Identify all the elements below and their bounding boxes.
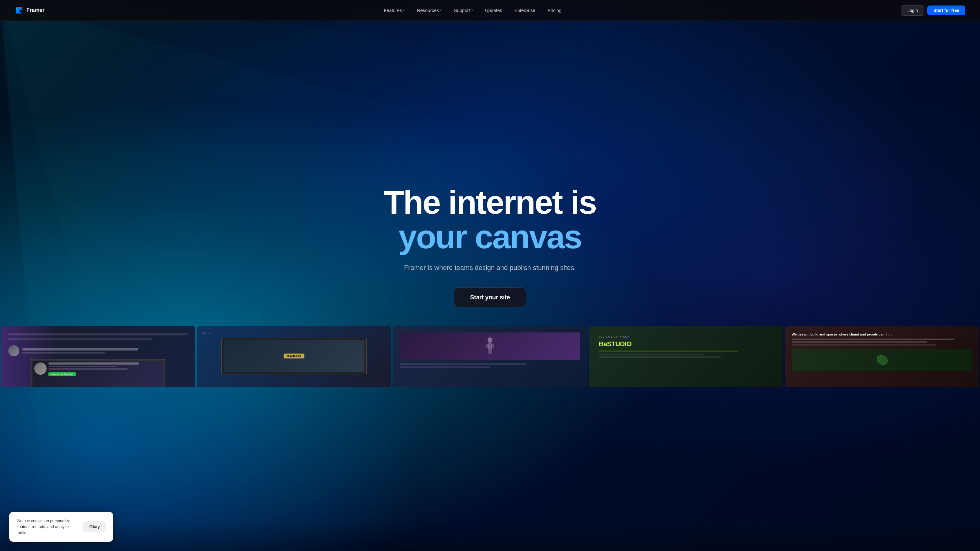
nav-enterprise-label: Enterprise xyxy=(514,8,535,13)
preview-card-1-inner: Unlock Your Potential. xyxy=(1,326,195,387)
cookie-okay-button[interactable]: Okay xyxy=(83,521,106,532)
cookie-message: We use cookies to personalize content, r… xyxy=(16,518,77,536)
svg-rect-4 xyxy=(488,350,490,354)
nav-features[interactable]: Features ▾ xyxy=(379,5,409,15)
nav-resources-label: Resources xyxy=(417,8,439,13)
preview-card-2: Bruce MacBook xyxy=(197,326,391,387)
nav-enterprise[interactable]: Enterprise xyxy=(510,5,540,15)
macbook-label: MacBook xyxy=(283,354,304,359)
statue-icon xyxy=(484,337,496,356)
preview-card-5-inner: We design, build and spaces where climat… xyxy=(785,326,979,387)
nav-updates[interactable]: Updates xyxy=(480,5,507,15)
svg-point-0 xyxy=(488,337,492,343)
framer-logo-icon xyxy=(15,6,23,15)
laptop-screen: MacBook xyxy=(224,340,364,372)
statue-placeholder xyxy=(400,332,580,360)
svg-rect-3 xyxy=(491,344,494,348)
climate-title: We design, build and spaces where climat… xyxy=(792,332,972,336)
nav-pricing[interactable]: Pricing xyxy=(542,5,566,15)
chevron-down-icon: ▾ xyxy=(440,9,442,12)
brand-name: Framer xyxy=(26,7,45,13)
hero-title-line1: The internet is xyxy=(384,185,596,219)
hero-section: The internet is your canvas Framer is wh… xyxy=(0,0,980,551)
preview-card-3-inner xyxy=(393,326,587,387)
preview-card-4: Design & Strategy BeSTUDIO xyxy=(589,326,783,387)
login-button[interactable]: Login xyxy=(901,5,924,16)
preview-card-3 xyxy=(393,326,587,387)
preview-card-4-inner: Design & Strategy BeSTUDIO xyxy=(589,326,783,387)
laptop-mockup: MacBook xyxy=(221,338,367,375)
hero-content: The internet is your canvas Framer is wh… xyxy=(376,185,603,308)
cookie-banner: We use cookies to personalize content, r… xyxy=(9,512,113,542)
hero-subtitle: Framer is where teams design and publish… xyxy=(384,263,596,273)
nav-support-label: Support xyxy=(454,8,470,13)
preview-card-2-inner: Bruce MacBook xyxy=(197,326,391,387)
svg-rect-2 xyxy=(486,344,489,348)
bruce-label: Bruce xyxy=(203,332,385,335)
bestudio-content: Design & Strategy BeSTUDIO xyxy=(593,329,780,364)
hero-title: The internet is your canvas xyxy=(384,185,596,254)
bestudio-name: BeSTUDIO xyxy=(599,340,773,348)
leaf-icon xyxy=(874,354,890,366)
navbar-logo-group: Framer xyxy=(15,6,45,15)
nav-support[interactable]: Support ▾ xyxy=(449,5,478,15)
nav-links: Features ▾ Resources ▾ Support ▾ Updates… xyxy=(379,5,566,15)
chevron-down-icon: ▾ xyxy=(471,9,473,12)
start-your-site-button[interactable]: Start your site xyxy=(454,287,526,307)
nav-resources[interactable]: Resources ▾ xyxy=(412,5,447,15)
svg-rect-5 xyxy=(490,350,492,354)
navbar: Framer Features ▾ Resources ▾ Support ▾ … xyxy=(0,0,980,21)
preview-card-1: Unlock Your Potential. xyxy=(1,326,195,387)
nav-pricing-label: Pricing xyxy=(547,8,562,13)
bestudio-tag: Design & Strategy xyxy=(599,335,773,338)
navbar-actions: Login Start for free xyxy=(901,5,965,16)
hero-title-line2: your canvas xyxy=(384,219,596,254)
nav-features-label: Features xyxy=(384,8,402,13)
preview-strip: Unlock Your Potential. Bruce Ma xyxy=(0,326,980,387)
preview-card-5: We design, build and spaces where climat… xyxy=(785,326,979,387)
chevron-down-icon: ▾ xyxy=(403,9,404,12)
tablet-mockup: Unlock Your Potential. xyxy=(30,359,165,387)
nav-updates-label: Updates xyxy=(485,8,502,13)
start-for-free-button[interactable]: Start for free xyxy=(928,5,965,15)
